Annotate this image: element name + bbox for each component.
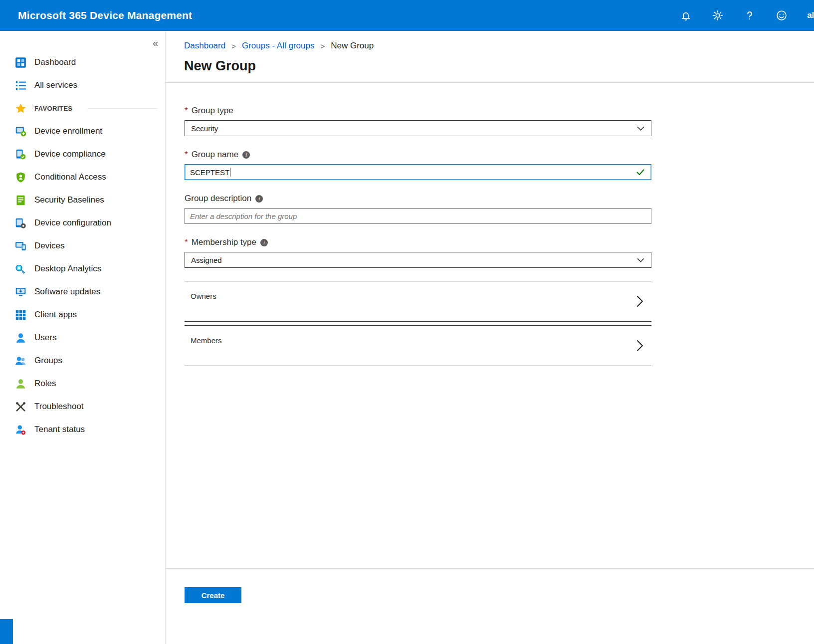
sidebar-item-label: Security Baselines: [34, 195, 104, 205]
sidebar-item-desktop-analytics[interactable]: Desktop Analytics: [0, 257, 165, 280]
group-description-field: Group description Enter a description fo…: [185, 194, 651, 224]
users-icon: [15, 332, 26, 344]
group-name-value: SCEPTEST: [190, 168, 229, 177]
tenant-status-icon: [15, 424, 26, 435]
sidebar-item-devices[interactable]: Devices: [0, 234, 165, 257]
sidebar-item-label: Tenant status: [34, 425, 85, 434]
troubleshoot-icon: [15, 401, 26, 413]
sidebar-item-security-baselines[interactable]: Security Baselines: [0, 189, 165, 212]
sidebar-item-label: Client apps: [34, 310, 77, 320]
chevron-right-icon: [635, 294, 644, 308]
membership-type-field: * Membership type Assigned: [185, 237, 651, 268]
desktop-analytics-icon: [15, 263, 26, 275]
new-group-form: * Group type Security * Group name: [185, 106, 651, 366]
device-enrollment-icon: [15, 126, 26, 137]
sidebar-item-label: Conditional Access: [34, 172, 106, 182]
star-icon: [15, 103, 26, 114]
info-icon[interactable]: [242, 151, 250, 159]
sidebar-item-label: Roles: [34, 379, 56, 389]
sidebar-item-client-apps[interactable]: Client apps: [0, 303, 165, 326]
membership-type-select[interactable]: Assigned: [185, 252, 651, 268]
breadcrumb-separator-icon: >: [320, 42, 325, 50]
sidebar-item-label: Device enrollment: [34, 126, 102, 136]
all-services-icon: [15, 80, 26, 91]
sidebar-item-label: Users: [34, 333, 56, 343]
sidebar-item-label: Desktop Analytics: [34, 264, 101, 274]
owners-row[interactable]: Owners: [185, 281, 651, 322]
sidebar-item-label: Devices: [34, 241, 64, 251]
title-divider: [166, 82, 814, 83]
sidebar-item-dashboard[interactable]: Dashboard: [0, 51, 165, 74]
sidebar-item-troubleshoot[interactable]: Troubleshoot: [0, 395, 165, 418]
footer-divider: [166, 568, 814, 569]
app-root: Microsoft 365 Device Management: [0, 0, 814, 644]
software-updates-icon: [15, 286, 26, 298]
sidebar-item-device-enrollment[interactable]: Device enrollment: [0, 120, 165, 143]
group-description-label-row: Group description: [185, 194, 651, 204]
sidebar-item-users[interactable]: Users: [0, 326, 165, 349]
sidebar-collapse-button[interactable]: «: [153, 38, 158, 48]
members-row[interactable]: Members: [185, 325, 651, 366]
sidebar-item-label: FAVORITES: [34, 105, 72, 112]
user-name[interactable]: alf: [807, 10, 814, 20]
group-type-value: Security: [191, 124, 218, 133]
breadcrumb-separator-icon: >: [231, 42, 236, 50]
group-type-label: Group type: [192, 106, 233, 116]
membership-type-value: Assigned: [191, 256, 222, 264]
sidebar: « DashboardAll servicesFAVORITESDevice e…: [0, 31, 166, 644]
app-title: Microsoft 365 Device Management: [18, 9, 192, 21]
info-icon[interactable]: [255, 195, 263, 203]
group-name-label: Group name: [192, 150, 239, 160]
sidebar-item-label: Troubleshoot: [34, 402, 84, 412]
sidebar-item-all-services[interactable]: All services: [0, 74, 165, 97]
sidebar-item-device-configuration[interactable]: Device configuration: [0, 212, 165, 234]
sidebar-item-roles[interactable]: Roles: [0, 372, 165, 395]
required-marker: *: [185, 237, 188, 247]
group-type-label-row: * Group type: [185, 106, 651, 116]
sidebar-nav: DashboardAll servicesFAVORITESDevice enr…: [0, 31, 165, 441]
section-divider: [87, 108, 157, 109]
required-marker: *: [185, 106, 188, 116]
main-content: Dashboard>Groups - All groups>New Group …: [166, 31, 814, 644]
sidebar-item-label: All services: [34, 80, 77, 90]
bell-icon[interactable]: [679, 9, 692, 22]
chevron-down-icon: [636, 124, 645, 133]
group-name-label-row: * Group name: [185, 150, 651, 160]
smiley-icon[interactable]: [775, 9, 788, 22]
sidebar-item-device-compliance[interactable]: Device compliance: [0, 143, 165, 166]
breadcrumb-groups-all-groups[interactable]: Groups - All groups: [242, 41, 315, 51]
group-name-field: * Group name SCEPTEST: [185, 150, 651, 180]
breadcrumb-dashboard[interactable]: Dashboard: [184, 41, 225, 51]
sidebar-item-label: Device configuration: [34, 218, 111, 228]
info-icon[interactable]: [260, 239, 268, 246]
members-label: Members: [191, 326, 222, 345]
help-icon[interactable]: [743, 9, 756, 22]
text-caret: [230, 168, 230, 177]
groups-icon: [15, 355, 26, 367]
group-description-input[interactable]: Enter a description for the group: [185, 208, 651, 224]
breadcrumb-new-group: New Group: [331, 41, 374, 51]
conditional-access-icon: [15, 172, 26, 183]
valid-check-icon: [636, 168, 645, 177]
layout: « DashboardAll servicesFAVORITESDevice e…: [0, 31, 814, 644]
devices-icon: [15, 240, 26, 252]
device-compliance-icon: [15, 149, 26, 160]
dashboard-icon: [15, 57, 26, 68]
sidebar-item-software-updates[interactable]: Software updates: [0, 280, 165, 303]
chevron-down-icon: [636, 256, 645, 264]
sidebar-item-conditional-access[interactable]: Conditional Access: [0, 166, 165, 189]
create-button[interactable]: Create: [185, 587, 241, 603]
sidebar-item-tenant-status[interactable]: Tenant status: [0, 418, 165, 441]
breadcrumb: Dashboard>Groups - All groups>New Group: [184, 41, 814, 51]
gear-icon[interactable]: [711, 9, 724, 22]
sidebar-section-favorites: FAVORITES: [0, 97, 165, 120]
group-type-select[interactable]: Security: [185, 120, 651, 136]
page-title: New Group: [184, 58, 814, 74]
security-baselines-icon: [15, 195, 26, 206]
group-name-input[interactable]: SCEPTEST: [185, 164, 651, 180]
membership-type-label-row: * Membership type: [185, 237, 651, 247]
roles-icon: [15, 378, 26, 390]
sidebar-item-label: Dashboard: [34, 57, 76, 67]
sidebar-item-label: Groups: [34, 356, 62, 366]
sidebar-item-groups[interactable]: Groups: [0, 349, 165, 372]
